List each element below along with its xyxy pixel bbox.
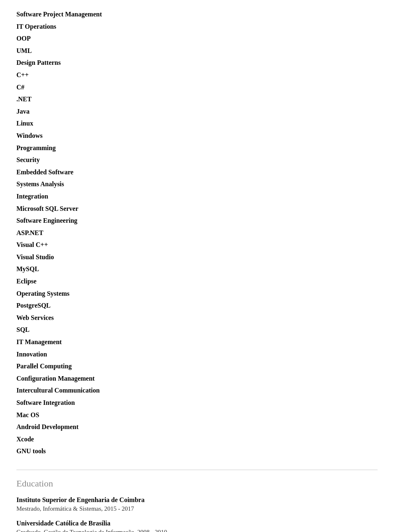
page-container: Software Project ManagementIT Operations… [0, 0, 394, 532]
skill-item: Software Engineering [16, 215, 378, 227]
skill-item: Microsoft SQL Server [16, 203, 378, 215]
skill-item: IT Management [16, 336, 378, 348]
skill-item: Security [16, 154, 378, 166]
skill-item: ASP.NET [16, 227, 378, 239]
education-section-title: Education [16, 478, 378, 489]
degree-info: Graduado, Gestão de Tecnologia da Inform… [16, 529, 378, 532]
skill-item: Mac OS [16, 409, 378, 421]
skill-item: Windows [16, 130, 378, 142]
education-institutions: Instituto Superior de Engenharia de Coim… [16, 496, 378, 532]
skill-item: Design Patterns [16, 57, 378, 69]
skill-item: OOP [16, 32, 378, 45]
institution-name: Instituto Superior de Engenharia de Coim… [16, 496, 378, 504]
skill-item: Innovation [16, 348, 378, 361]
skill-item: GNU tools [16, 445, 378, 457]
skill-item: IT Operations [16, 21, 378, 33]
skill-item: Web Services [16, 312, 378, 324]
skill-item: Linux [16, 117, 378, 130]
skill-item: Android Development [16, 421, 378, 433]
skills-education-divider [16, 470, 378, 470]
skill-item: Embedded Software [16, 166, 378, 178]
skill-item: MySQL [16, 263, 378, 275]
degree-info: Mestrado, Informática & Sistemas, 2015 -… [16, 505, 378, 512]
skill-item: UML [16, 45, 378, 57]
skill-item: SQL [16, 324, 378, 336]
skill-item: .NET [16, 93, 378, 105]
education-section: Education Instituto Superior de Engenhar… [16, 478, 378, 532]
skill-item: Xcode [16, 433, 378, 445]
skill-item: Software Project Management [16, 8, 378, 21]
skill-item: Configuration Management [16, 372, 378, 385]
skill-item: Visual Studio [16, 251, 378, 263]
skill-item: PostgreSQL [16, 299, 378, 312]
skills-list: Software Project ManagementIT Operations… [16, 8, 378, 457]
skill-item: Software Integration [16, 397, 378, 409]
skill-item: Operating Systems [16, 288, 378, 300]
skill-item: C# [16, 81, 378, 94]
skill-item: Eclipse [16, 275, 378, 288]
skill-item: Integration [16, 190, 378, 203]
skill-item: Java [16, 105, 378, 118]
skill-item: C++ [16, 69, 378, 81]
skill-item: Systems Analysis [16, 178, 378, 190]
skill-item: Programming [16, 142, 378, 154]
skill-item: Parallel Computing [16, 360, 378, 372]
skill-item: Visual C++ [16, 239, 378, 251]
institution-name: Universidade Católica de Brasília [16, 520, 378, 527]
skill-item: Intercultural Communication [16, 384, 378, 397]
